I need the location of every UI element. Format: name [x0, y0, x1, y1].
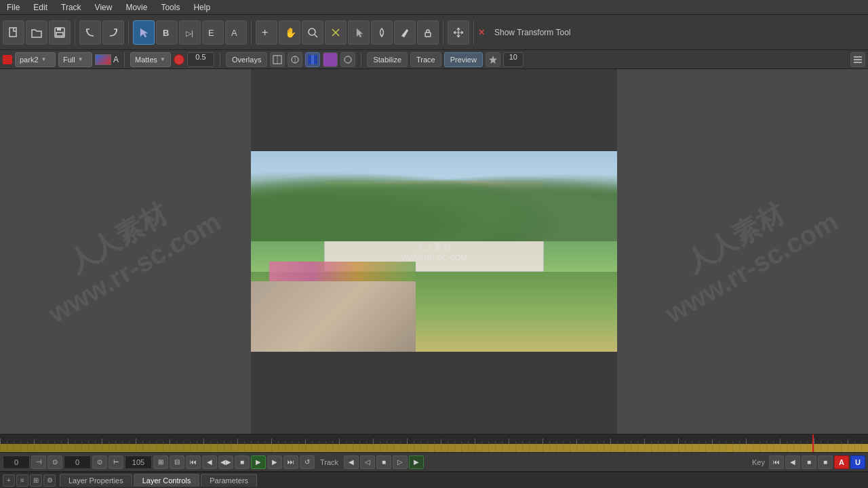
sep-vt1 — [124, 52, 125, 67]
left-timecode-group: 0 ⊣ ⊙ 0 ⊙ ⊢ 105 ⊞ ⊟ — [3, 455, 184, 469]
key-btn1[interactable]: ■ — [802, 455, 816, 469]
track-controls: ◀ ◁ ■ ▷ ▶ — [344, 455, 424, 469]
poly-tool[interactable]: ▷| — [179, 20, 201, 45]
menu-help[interactable]: Help — [186, 1, 217, 14]
key-back-btn[interactable]: ◀ — [785, 455, 800, 469]
opacity-input[interactable]: 0.5 — [187, 52, 214, 67]
menu-edit[interactable]: Edit — [26, 1, 54, 14]
tab-parameters[interactable]: Parameters — [201, 474, 257, 487]
zoom-tool[interactable] — [302, 20, 323, 45]
overlay-icon2[interactable] — [288, 52, 302, 67]
viewer[interactable]: 人人素材 WWW.RR-SC.COM — [251, 69, 617, 434]
lock-tool[interactable] — [417, 20, 439, 45]
key-u-button[interactable]: U — [850, 455, 865, 469]
sep2 — [128, 20, 129, 45]
menu-track[interactable]: Track — [54, 1, 88, 14]
frame-in-button[interactable]: ⊞ — [153, 455, 168, 469]
menu-tools[interactable]: Tools — [154, 1, 186, 14]
play-back-button[interactable]: ◀▶ — [218, 455, 233, 469]
view-toggle-icon[interactable] — [340, 52, 355, 67]
color-swatch-gradient[interactable] — [95, 54, 111, 65]
svg-line-11 — [315, 35, 317, 37]
preview-image: 人人素材 WWW.RR-SC.COM — [251, 151, 617, 352]
ellipse-tool[interactable]: E — [202, 20, 224, 45]
trace-button[interactable]: Trace — [410, 52, 441, 67]
preview-button[interactable]: Preview — [444, 52, 483, 67]
redo-button[interactable] — [102, 20, 124, 45]
alpha-indicator[interactable]: A — [113, 55, 119, 64]
step-fwd-button[interactable]: ▶ — [267, 455, 282, 469]
svg-text:+: + — [262, 26, 268, 38]
menu-movie[interactable]: Movie — [119, 1, 154, 14]
svg-rect-20 — [311, 55, 314, 64]
step-back-button[interactable]: ◀ — [202, 455, 217, 469]
loop-button[interactable]: ↺ — [300, 455, 315, 469]
tab-layer-controls[interactable]: Layer Controls — [134, 474, 200, 487]
add-point-tool[interactable]: + — [256, 20, 277, 45]
set-out-button[interactable]: ⊢ — [108, 455, 123, 469]
stabilize-button[interactable]: Stabilize — [367, 52, 408, 67]
matte-indicator[interactable] — [174, 54, 184, 65]
stop-button[interactable]: ■ — [235, 455, 250, 469]
track-fwd2-btn[interactable]: ▶ — [409, 455, 424, 469]
panel-options-icon[interactable] — [850, 52, 865, 67]
menu-view[interactable]: View — [88, 1, 119, 14]
svg-rect-0 — [9, 28, 16, 37]
tab-icon-settings[interactable]: ⚙ — [43, 474, 56, 487]
feather-tool[interactable] — [371, 20, 393, 45]
track-stop-btn[interactable]: ■ — [376, 455, 391, 469]
key-a-button[interactable]: A — [834, 455, 849, 469]
track-back-btn[interactable]: ◀ — [344, 455, 359, 469]
sep1 — [75, 20, 75, 45]
rect-tool[interactable]: A — [225, 20, 247, 45]
menu-file[interactable]: File — [0, 1, 26, 14]
composite-icon[interactable] — [305, 52, 320, 67]
preview-input[interactable]: 10 — [503, 52, 524, 67]
track-fwd-btn[interactable]: ▷ — [393, 455, 408, 469]
overlays-button[interactable]: Overlays — [226, 52, 267, 67]
svg-text:✋: ✋ — [285, 27, 296, 39]
timeline[interactable] — [0, 434, 868, 453]
preview-star-icon[interactable] — [486, 52, 500, 67]
new-button[interactable] — [3, 20, 24, 45]
svg-marker-23 — [489, 56, 497, 64]
undo-button[interactable] — [79, 20, 101, 45]
view-mode-select[interactable]: Full ▼ — [58, 52, 92, 67]
key-prev-btn[interactable]: ⏮ — [769, 455, 784, 469]
timeline-ruler[interactable] — [0, 434, 868, 444]
close-transform-icon[interactable]: ✕ — [478, 28, 485, 37]
go-start-button[interactable]: ⏮ — [186, 455, 201, 469]
key-controls: ⏮ ◀ ■ ■ — [769, 455, 833, 469]
tab-icon-add[interactable]: + — [3, 474, 15, 487]
select-tool[interactable] — [133, 20, 155, 45]
layer-select[interactable]: park2 ▼ — [15, 52, 56, 67]
track-step-back-btn[interactable]: ◁ — [360, 455, 375, 469]
frame-out-button[interactable]: ⊟ — [170, 455, 184, 469]
goto-out-button[interactable]: ⊙ — [92, 455, 107, 469]
set-in-button[interactable]: ⊣ — [31, 455, 46, 469]
tab-icon-grid[interactable]: ⊞ — [30, 474, 42, 487]
save-button[interactable] — [49, 20, 71, 45]
goto-in-button[interactable]: ⊙ — [47, 455, 62, 469]
toolbar: B ▷| E A + ✋ — [0, 15, 868, 50]
playback-controls: ⏮ ◀ ◀▶ ■ ▶ ▶ ⏭ ↺ — [186, 455, 315, 469]
mattes-select[interactable]: Mattes ▼ — [130, 52, 171, 67]
pan-tool[interactable]: ✋ — [279, 20, 300, 45]
knife-tool[interactable] — [394, 20, 416, 45]
open-button[interactable] — [26, 20, 47, 45]
key-btn2[interactable]: ■ — [818, 455, 833, 469]
tab-icon-list[interactable]: ≡ — [16, 474, 28, 487]
play-button[interactable]: ▶ — [251, 455, 266, 469]
cursor-tool[interactable] — [348, 20, 370, 45]
matte-view-icon[interactable] — [323, 52, 338, 67]
go-end-button[interactable]: ⏭ — [283, 455, 298, 469]
menubar: File Edit Track View Movie Tools Help — [0, 0, 868, 15]
overlay-icon1[interactable] — [270, 52, 285, 67]
tab-layer-properties[interactable]: Layer Properties — [60, 474, 132, 487]
svg-rect-14 — [425, 33, 431, 37]
move-tool[interactable] — [448, 20, 469, 45]
svg-text:B: B — [163, 28, 169, 38]
bspline-tool[interactable]: B — [156, 20, 178, 45]
close-tool[interactable] — [325, 20, 347, 45]
timeline-track[interactable] — [0, 444, 868, 453]
